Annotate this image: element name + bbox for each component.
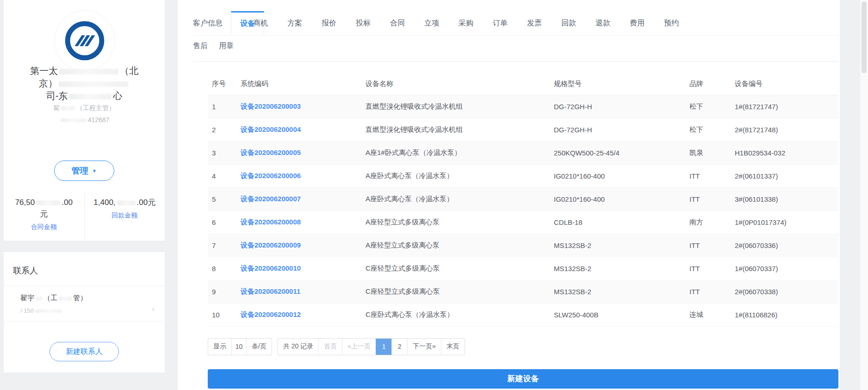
redacted-text <box>61 118 87 122</box>
tabs-row-1: 客户信息设备商机方案报价投标合同立项采购订单发票回款退款费用预约 <box>193 11 838 36</box>
cell-brand: ITT <box>685 280 731 303</box>
received-amount-label[interactable]: 回款金额 <box>112 211 137 220</box>
cell-device-number: 2#(06070336) <box>731 234 838 257</box>
text-fragment: 京） <box>39 78 57 88</box>
redacted-text <box>35 310 62 313</box>
table-row: 5设备202006200007A座卧式离心泵（冷温水泵）IG0210*160-4… <box>208 187 838 210</box>
cell-model: 250KQW500-25-45/4 <box>550 141 685 164</box>
text-fragment: 管） <box>73 294 87 302</box>
tab-customer-info[interactable]: 客户信息 <box>193 11 223 35</box>
cell-brand: 凯泉 <box>685 141 731 164</box>
device-code-link[interactable]: 设备202006200011 <box>241 287 300 295</box>
contract-amount-stat: 76,50.00 元 合同金额 <box>4 192 85 241</box>
amount-stats: 76,50.00 元 合同金额 1,400,.00元 回款金额 <box>4 192 165 241</box>
cell-index: 4 <box>208 164 236 187</box>
scrollbar-thumb[interactable] <box>862 1 867 73</box>
redacted-text <box>36 200 60 205</box>
account-owner: 翟（工程主管） <box>4 104 165 112</box>
cell-device-number: 2#(81721748) <box>731 118 838 141</box>
tab-project[interactable]: 立项 <box>424 11 439 35</box>
customer-detail-main: 客户信息设备商机方案报价投标合同立项采购订单发票回款退款费用预约 售后用章 序号… <box>178 0 840 390</box>
caret-down-icon: ▼ <box>92 168 97 173</box>
cell-index: 7 <box>208 234 236 257</box>
pager-next[interactable]: 下一页» <box>407 339 441 355</box>
device-code-link[interactable]: 设备202006200005 <box>241 149 301 156</box>
cell-brand: 连城 <box>685 303 731 326</box>
cell-device-name: C座卧式离心泵（冷温水泵） <box>361 303 550 326</box>
device-code-link[interactable]: 设备202006200008 <box>241 218 301 226</box>
tab-appointment[interactable]: 预约 <box>664 11 679 35</box>
table-row: 4设备202006200006A座卧式离心泵（冷温水泵）IG0210*160-4… <box>208 164 838 187</box>
table-row: 3设备202006200005A座1#卧式离心泵（冷温水泵）250KQW500-… <box>208 141 838 164</box>
cell-device-name: A座轻型立式多级离心泵 <box>361 234 550 257</box>
contract-amount-label[interactable]: 合同金额 <box>31 223 57 231</box>
contacts-card: 联系人 翟宇（工管） / 150 › 新建联系人 <box>4 252 165 372</box>
detail-tabs: 客户信息设备商机方案报价投标合同立项采购订单发票回款退款费用预约 售后用章 <box>178 0 840 55</box>
tab-payment[interactable]: 回款 <box>561 11 576 35</box>
pager-page-2[interactable]: 2 <box>391 339 407 355</box>
tab-opportunity[interactable]: 商机 <box>253 11 268 35</box>
tab-contract[interactable]: 合同 <box>390 11 405 35</box>
column-header-3: 规格型号 <box>550 74 685 95</box>
tab-quotation[interactable]: 报价 <box>322 11 336 35</box>
column-header-1: 系统编码 <box>236 74 361 95</box>
equipment-table: 序号系统编码设备名称规格型号品牌设备编号 1设备202006200003直燃型溴… <box>208 74 838 327</box>
device-code-link[interactable]: 设备202006200003 <box>241 102 301 110</box>
manage-button[interactable]: 管理 ▼ <box>54 161 114 181</box>
tab-solution[interactable]: 方案 <box>287 11 302 35</box>
company-name: 第一太（北 京） 司-东心 <box>8 65 160 102</box>
scrollbar-track <box>860 0 868 390</box>
pager-last[interactable]: 末页 <box>441 339 465 355</box>
cell-device-name: A座轻型立式多级离心泵 <box>361 210 550 234</box>
text-fragment: 第一太 <box>30 66 58 76</box>
tab-refund[interactable]: 退款 <box>595 11 610 35</box>
company-logo <box>54 10 115 71</box>
account-owner-phone: 412687 <box>4 116 165 124</box>
device-code-link[interactable]: 设备202006200007 <box>241 195 301 203</box>
device-code-link[interactable]: 设备202006200004 <box>241 125 301 133</box>
pager-prev[interactable]: «上一页 <box>342 339 376 355</box>
column-header-2: 设备名称 <box>361 74 550 95</box>
cell-device-number: 3#(06101338) <box>731 187 838 210</box>
text-fragment: 翟 <box>53 104 60 111</box>
text-fragment: （工程主管） <box>76 104 115 111</box>
column-header-0: 序号 <box>208 74 236 95</box>
page-size-input[interactable]: 10 <box>231 339 246 355</box>
pager-first[interactable]: 首页 <box>318 339 342 355</box>
column-header-5: 设备编号 <box>731 74 838 95</box>
tab-procurement[interactable]: 采购 <box>459 11 473 35</box>
pager-page-1[interactable]: 1 <box>376 339 391 355</box>
redacted-text <box>69 94 112 99</box>
cell-system-code: 设备202006200011 <box>236 280 361 303</box>
page-size-group: 显示 10 条/页 <box>208 338 272 355</box>
tab-invoice[interactable]: 发票 <box>527 11 542 35</box>
new-device-button[interactable]: 新建设备 <box>208 369 838 389</box>
tab-seal[interactable]: 用章 <box>219 37 234 54</box>
tab-after-sales[interactable]: 售后 <box>193 37 208 54</box>
tab-bidding[interactable]: 投标 <box>356 11 371 35</box>
cell-index: 9 <box>208 280 236 303</box>
column-header-4: 品牌 <box>685 74 731 95</box>
device-code-link[interactable]: 设备202006200009 <box>241 241 301 249</box>
tab-order[interactable]: 订单 <box>493 11 508 35</box>
cell-index: 2 <box>208 118 236 141</box>
cell-device-number: 1#(81721747) <box>731 95 838 118</box>
device-code-link[interactable]: 设备202006200012 <box>241 310 301 318</box>
tab-expense[interactable]: 费用 <box>630 11 645 35</box>
crm-customer-detail-page: 第一太（北 京） 司-东心 翟（工程主管） 412687 管理 ▼ 76,50.… <box>0 0 868 390</box>
table-row: 9设备202006200011C座轻型立式多级离心泵MS132SB-2ITT2#… <box>208 280 838 303</box>
company-logo-emblem <box>64 20 105 62</box>
cell-index: 10 <box>208 303 236 326</box>
cell-system-code: 设备202006200010 <box>236 257 361 280</box>
text-fragment: / 150 <box>20 307 34 314</box>
text-fragment: 心 <box>113 91 122 101</box>
device-code-link[interactable]: 设备202006200006 <box>241 172 301 180</box>
table-row: 1设备202006200003直燃型溴化锂吸收式冷温水机组DG-72GH-H松下… <box>208 95 838 118</box>
cell-device-name: A座卧式离心泵（冷温水泵） <box>361 187 550 210</box>
device-code-link[interactable]: 设备202006200010 <box>241 264 301 272</box>
cell-index: 6 <box>208 210 236 234</box>
contact-list-item[interactable]: 翟宇（工管） / 150 › <box>4 286 165 321</box>
text-fragment: 76,50 <box>15 198 35 207</box>
new-contact-button[interactable]: 新建联系人 <box>50 342 119 361</box>
cell-model: DG-72GH-H <box>550 95 685 118</box>
